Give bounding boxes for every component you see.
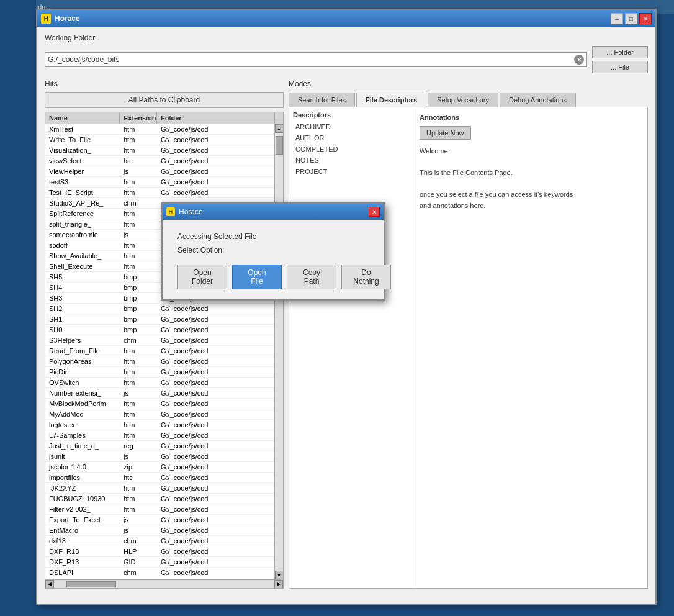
table-row[interactable]: IJK2XYZ htm G:/_code/js/cod	[45, 483, 274, 494]
table-row[interactable]: PolygonAreas htm G:/_code/js/cod	[45, 356, 274, 367]
table-row[interactable]: viewSelect htc G:/_code/js/cod	[45, 156, 274, 166]
file-name-cell: jsunit	[45, 451, 120, 461]
all-paths-button[interactable]: All Paths to Clipboard	[45, 92, 284, 108]
table-row[interactable]: testS3 htm G:/_code/js/cod	[45, 177, 274, 188]
tab-debug-annotations[interactable]: Debug Annotations	[500, 93, 576, 107]
descriptor-completed[interactable]: COMPLETED	[293, 143, 409, 155]
file-name-cell: viewSelect	[45, 156, 120, 166]
table-row[interactable]: Filter v2.002_ htm G:/_code/js/cod	[45, 504, 274, 515]
vertical-scrollbar[interactable]: ▲ ▼	[274, 124, 283, 579]
table-row[interactable]: jscolor-1.4.0 zip G:/_code/js/cod	[45, 462, 274, 473]
file-folder-cell: G:/_code/js/cod	[157, 515, 274, 525]
file-ext-cell: bmp	[120, 325, 157, 335]
table-row[interactable]: Read_From_File htm G:/_code/js/cod	[45, 346, 274, 356]
scroll-left-arrow[interactable]: ◀	[45, 580, 54, 589]
file-folder-cell: G:/_code/js/cod	[157, 325, 274, 335]
column-header-name[interactable]: Name	[45, 112, 120, 124]
file-ext-cell: htm	[120, 145, 157, 155]
table-row[interactable]: jsunit js G:/_code/js/cod	[45, 451, 274, 462]
table-row[interactable]: SH1 bmp G:/_code/js/cod	[45, 314, 274, 325]
table-row[interactable]: Test_IE_Script_ htm G:/_code/js/cod	[45, 188, 274, 198]
minimize-button[interactable]: –	[611, 13, 623, 24]
table-row[interactable]: DXF_R13 GID G:/_code/js/cod	[45, 557, 274, 568]
file-name-cell: Read_From_File	[45, 346, 120, 356]
table-row[interactable]: Just_in_time_d_ reg G:/_code/js/cod	[45, 441, 274, 451]
modal-title-left: H Horace	[166, 207, 203, 216]
descriptor-author[interactable]: AUTHOR	[293, 132, 409, 143]
table-row[interactable]: dxf13 chm G:/_code/js/cod	[45, 536, 274, 546]
table-row[interactable]: MyAddMod htm G:/_code/js/cod	[45, 409, 274, 420]
open-folder-button[interactable]: Open Folder	[177, 265, 227, 289]
table-row[interactable]: DXF_R13 HLP G:/_code/js/cod	[45, 546, 274, 557]
table-row[interactable]: FUGBUGZ_10930 htm G:/_code/js/cod	[45, 494, 274, 504]
file-name-cell: PicDir	[45, 367, 120, 377]
table-row[interactable]: Export_To_Excel js G:/_code/js/cod	[45, 515, 274, 525]
file-ext-cell: js	[120, 451, 157, 461]
scroll-track[interactable]	[275, 133, 284, 571]
table-row[interactable]: ViewHelper js G:/_code/js/cod	[45, 166, 274, 177]
table-row[interactable]: L7-Samples htm G:/_code/js/cod	[45, 430, 274, 441]
file-table-body[interactable]: XmlTest htm G:/_code/js/cod Write_To_Fil…	[45, 124, 274, 579]
file-ext-cell: htm	[120, 251, 157, 261]
file-name-cell: MyBlockModPerim	[45, 399, 120, 409]
file-ext-cell: js	[120, 515, 157, 525]
update-now-button[interactable]: Update Now	[420, 126, 471, 140]
descriptor-project[interactable]: PROJECT	[293, 166, 409, 177]
scroll-down-arrow[interactable]: ▼	[275, 571, 284, 579]
modal-close-button[interactable]: ✕	[369, 207, 380, 217]
file-folder-cell: G:/_code/js/cod	[157, 156, 274, 166]
copy-path-button[interactable]: Copy Path	[287, 265, 336, 289]
table-row[interactable]: Number-extensi_ js G:/_code/js/cod	[45, 388, 274, 399]
table-row[interactable]: Write_To_File htm G:/_code/js/cod	[45, 135, 274, 145]
column-header-extension[interactable]: Extension	[120, 112, 157, 124]
descriptor-archived[interactable]: ARCHIVED	[293, 121, 409, 132]
file-ext-cell: GID	[120, 557, 157, 567]
close-button[interactable]: ✕	[639, 13, 652, 24]
file-name-cell: DSLAPI	[45, 568, 120, 578]
file-folder-cell: G:/_code/js/cod	[157, 177, 274, 187]
path-clear-button[interactable]: ✕	[574, 55, 584, 65]
descriptor-notes[interactable]: NOTES	[293, 155, 409, 166]
column-header-folder[interactable]: Folder	[157, 112, 274, 124]
file-name-cell: jscolor-1.4.0	[45, 462, 120, 472]
file-folder-cell: G:/_code/js/cod	[157, 451, 274, 461]
table-row[interactable]: S3Helpers chm G:/_code/js/cod	[45, 335, 274, 346]
h-scroll-track[interactable]	[54, 581, 274, 588]
scroll-up-arrow[interactable]: ▲	[275, 124, 284, 133]
table-row[interactable]: logtester htm G:/_code/js/cod	[45, 420, 274, 430]
table-row[interactable]: importfiles htc G:/_code/js/cod	[45, 473, 274, 483]
file-ext-cell: chm	[120, 568, 157, 578]
file-ext-cell: htm	[120, 356, 157, 366]
file-ext-cell: bmp	[120, 314, 157, 324]
tab-setup-vocabulary[interactable]: Setup Vocaubury	[428, 93, 498, 107]
table-row[interactable]: EntMacro js G:/_code/js/cod	[45, 525, 274, 536]
file-name-cell: EntMacro	[45, 525, 120, 535]
table-row[interactable]: Visualization_ htm G:/_code/js/cod	[45, 145, 274, 156]
scroll-thumb[interactable]	[276, 136, 283, 155]
table-row[interactable]: DSLAPI chm G:/_code/js/cod	[45, 568, 274, 578]
table-row[interactable]: SH2 bmp G:/_code/js/cod	[45, 304, 274, 314]
file-ext-cell: htm	[120, 367, 157, 377]
open-file-button[interactable]: Open File	[232, 265, 282, 289]
file-folder-cell: G:/_code/js/cod	[157, 314, 274, 324]
horizontal-scrollbar[interactable]: ◀ ▶	[45, 579, 283, 588]
scroll-right-arrow[interactable]: ▶	[274, 580, 283, 589]
file-button[interactable]: ... File	[592, 61, 648, 73]
tab-search-for-files[interactable]: Search for Files	[289, 93, 355, 107]
restore-button[interactable]: □	[625, 13, 637, 24]
table-row[interactable]: PicDir htm G:/_code/js/cod	[45, 367, 274, 378]
file-ext-cell: htm	[120, 494, 157, 504]
file-name-cell: S3Helpers	[45, 335, 120, 345]
working-folder-label: Working Folder	[45, 34, 648, 42]
table-row[interactable]: OVSwitch htm G:/_code/js/cod	[45, 378, 274, 388]
path-input[interactable]	[48, 55, 574, 64]
table-row[interactable]: MyBlockModPerim htm G:/_code/js/cod	[45, 399, 274, 409]
tab-file-descriptors[interactable]: File Descriptors	[356, 93, 426, 107]
folder-button[interactable]: ... Folder	[592, 46, 648, 58]
file-ext-cell: htm	[120, 504, 157, 514]
table-row[interactable]: SH0 bmp G:/_code/js/cod	[45, 325, 274, 335]
file-ext-cell: htm	[120, 219, 157, 229]
h-scroll-thumb[interactable]	[66, 581, 116, 587]
do-nothing-button[interactable]: Do Nothing	[341, 265, 391, 289]
table-row[interactable]: XmlTest htm G:/_code/js/cod	[45, 124, 274, 135]
